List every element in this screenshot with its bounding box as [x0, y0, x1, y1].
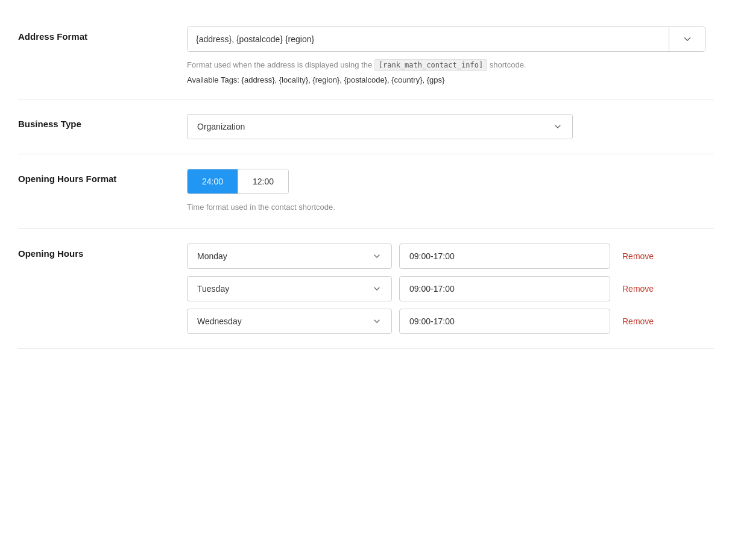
shortcode-label: [rank_math_contact_info] [374, 59, 487, 71]
opening-hours-format-help: Time format used in the contact shortcod… [187, 201, 714, 214]
help-text-before: Format used when the address is displaye… [187, 60, 372, 69]
opening-hours-content: Monday Remove Tuesday [187, 244, 714, 334]
remove-monday-button[interactable]: Remove [617, 249, 658, 263]
opening-hours-format-label: Opening Hours Format [18, 169, 187, 184]
opening-hours-list: Monday Remove Tuesday [187, 244, 714, 334]
table-row: Tuesday Remove [187, 276, 714, 301]
address-format-content: Format used when the address is displaye… [187, 27, 714, 84]
business-type-label: Business Type [18, 114, 187, 129]
address-format-row: Address Format Format used when the addr… [18, 12, 714, 99]
business-type-content: Organization [187, 114, 714, 139]
hours-input-monday[interactable] [399, 244, 610, 269]
address-format-help: Format used when the address is displaye… [187, 59, 714, 72]
address-format-label: Address Format [18, 27, 187, 42]
chevron-down-icon [372, 251, 382, 261]
day-select-monday-value: Monday [197, 251, 227, 261]
business-type-value: Organization [197, 122, 245, 131]
opening-hours-format-row: Opening Hours Format 24:00 12:00 Time fo… [18, 154, 714, 229]
chevron-down-icon [372, 316, 382, 326]
table-row: Wednesday Remove [187, 309, 714, 334]
day-select-tuesday-value: Tuesday [197, 284, 229, 294]
day-select-monday[interactable]: Monday [187, 244, 392, 269]
day-select-wednesday-value: Wednesday [197, 316, 242, 326]
address-format-dropdown-button[interactable] [669, 27, 705, 51]
opening-hours-format-content: 24:00 12:00 Time format used in the cont… [187, 169, 714, 214]
settings-container: Address Format Format used when the addr… [0, 0, 732, 361]
address-format-input[interactable] [188, 27, 669, 51]
hours-input-tuesday[interactable] [399, 276, 610, 301]
day-select-wednesday[interactable]: Wednesday [187, 309, 392, 334]
table-row: Monday Remove [187, 244, 714, 269]
time-format-toggle-group: 24:00 12:00 [187, 169, 289, 194]
chevron-down-icon [372, 284, 382, 294]
opening-hours-row: Opening Hours Monday Remove Tuesday [18, 229, 714, 349]
chevron-down-icon [553, 122, 563, 131]
chevron-down-icon [682, 34, 693, 45]
help-text-after: shortcode. [490, 60, 526, 69]
remove-wednesday-button[interactable]: Remove [617, 314, 658, 329]
hours-input-wednesday[interactable] [399, 309, 610, 334]
format-24-button[interactable]: 24:00 [188, 169, 238, 193]
format-12-button[interactable]: 12:00 [238, 169, 288, 193]
remove-tuesday-button[interactable]: Remove [617, 282, 658, 296]
business-type-row: Business Type Organization [18, 99, 714, 154]
business-type-dropdown[interactable]: Organization [187, 114, 573, 139]
opening-hours-label: Opening Hours [18, 244, 187, 259]
available-tags-text: Available Tags: {address}, {locality}, {… [187, 75, 714, 84]
day-select-tuesday[interactable]: Tuesday [187, 276, 392, 301]
address-format-field [187, 27, 705, 52]
